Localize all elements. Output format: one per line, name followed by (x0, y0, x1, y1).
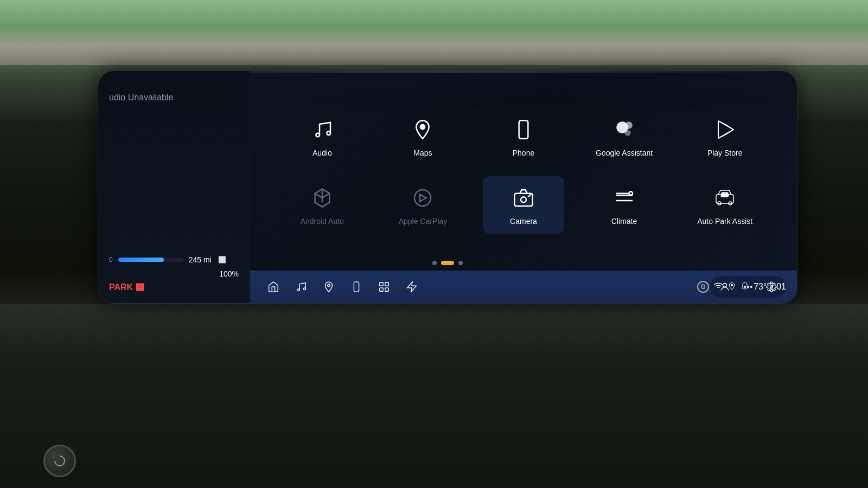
audio-status: udio Unavailable (109, 93, 239, 102)
park-icon: 🅿 (136, 283, 144, 292)
svg-point-22 (328, 284, 330, 287)
svg-line-7 (718, 121, 727, 125)
svg-point-0 (420, 125, 425, 129)
park-indicator: PARK 🅿 (109, 282, 239, 292)
camera-label: Camera (510, 217, 537, 226)
app-android-auto[interactable]: Android Auto (282, 176, 363, 234)
infotainment-screen: udio Unavailable 0 245 mi ⬜ 100% PARK 🅿 (98, 70, 797, 304)
app-maps[interactable]: Maps (382, 108, 463, 165)
app-apple-carplay[interactable]: Apple CarPlay (382, 176, 463, 234)
svg-rect-1 (519, 120, 528, 138)
phone-icon (510, 116, 537, 143)
carplay-label: Apple CarPlay (399, 217, 448, 226)
audio-label: Audio (312, 149, 332, 157)
svg-line-10 (727, 130, 733, 134)
page-dots (432, 261, 463, 265)
svg-rect-23 (354, 282, 359, 292)
temperature: 73° (754, 282, 769, 291)
dot-2[interactable] (441, 261, 454, 265)
svg-marker-6 (718, 121, 733, 138)
power-icon (52, 453, 67, 468)
phone-label: Phone (513, 149, 534, 157)
svg-point-5 (625, 130, 630, 136)
status-bar: G 73° 2:01 (661, 271, 797, 303)
svg-point-14 (521, 197, 526, 202)
svg-rect-24 (380, 282, 383, 286)
temperature-time: 73° 2:01 (754, 282, 786, 292)
app-play-store[interactable]: Play Store (684, 108, 765, 165)
svg-rect-25 (385, 282, 388, 286)
park-label: PARK (109, 282, 133, 292)
exterior-background (0, 0, 868, 65)
app-google-assistant[interactable]: Google Assistant (584, 108, 665, 165)
nav-music-button[interactable] (289, 276, 314, 298)
svg-rect-26 (380, 288, 383, 291)
app-climate[interactable]: Climate (584, 176, 665, 234)
android-auto-icon (309, 184, 336, 211)
app-phone[interactable]: Phone (483, 108, 564, 165)
play-store-icon (711, 116, 738, 143)
svg-marker-12 (420, 194, 426, 201)
wifi-icon (713, 281, 723, 293)
audio-icon (309, 116, 336, 143)
svg-text:AUTO: AUTO (721, 194, 729, 197)
app-auto-park-assist[interactable]: AUTO Auto Park Assist (684, 176, 765, 234)
time: 2:01 (769, 282, 786, 291)
nav-phone-button[interactable] (344, 276, 369, 298)
battery-info: 0 245 mi ⬜ (109, 255, 239, 264)
physical-dashboard (0, 304, 868, 488)
nav-charging-button[interactable] (399, 276, 424, 298)
app-camera[interactable]: Camera (483, 176, 564, 234)
google-assistant-icon (611, 116, 638, 143)
carplay-icon (409, 184, 436, 211)
google-assistant-label: Google Assistant (596, 149, 653, 157)
left-panel: udio Unavailable 0 245 mi ⬜ 100% PARK 🅿 (98, 71, 250, 303)
play-store-label: Play Store (707, 149, 743, 157)
svg-point-33 (731, 284, 733, 286)
climate-icon (611, 184, 638, 211)
battery-percentage: 100% (219, 269, 239, 278)
nav-controls-button[interactable] (372, 276, 397, 298)
power-button[interactable] (43, 445, 76, 477)
bell-icon (741, 282, 749, 292)
range-bar (118, 258, 183, 262)
svg-point-16 (629, 191, 633, 195)
range-start: 0 (109, 256, 113, 264)
svg-point-4 (626, 122, 632, 129)
auto-park-label: Auto Park Assist (697, 217, 752, 226)
nav-home-button[interactable] (261, 276, 286, 298)
android-auto-label: Android Auto (301, 217, 344, 226)
maps-label: Maps (413, 149, 432, 157)
google-g-icon: G (697, 281, 709, 293)
camera-icon (510, 184, 537, 211)
nav-left-items (261, 276, 424, 298)
app-row-1: Audio Maps Phone (272, 108, 775, 165)
climate-label: Climate (611, 217, 637, 226)
nav-maps-button[interactable] (316, 276, 341, 298)
dot-1[interactable] (432, 261, 437, 265)
location-icon (727, 282, 736, 292)
range-fill (118, 258, 164, 262)
maps-icon (409, 116, 436, 143)
svg-rect-27 (385, 288, 388, 291)
app-audio[interactable]: Audio (282, 108, 363, 165)
dot-3[interactable] (458, 261, 463, 265)
svg-point-11 (414, 190, 431, 206)
main-app-grid: Audio Maps Phone (250, 71, 797, 271)
auto-park-icon: AUTO (711, 184, 738, 211)
svg-line-8 (718, 134, 727, 138)
svg-line-9 (727, 125, 733, 130)
app-row-2: Android Auto Apple CarPlay Camera (272, 176, 775, 234)
range-miles: 245 mi (189, 255, 212, 264)
